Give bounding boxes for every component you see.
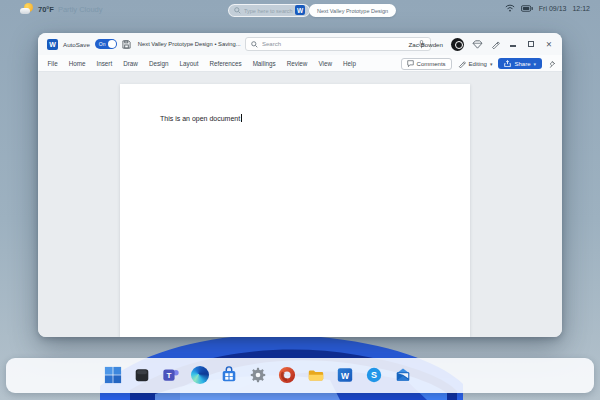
folder-icon <box>307 366 325 384</box>
battery-icon[interactable] <box>521 5 533 12</box>
skype-logo: S <box>365 366 383 384</box>
save-icon[interactable] <box>122 40 131 49</box>
windows-logo <box>104 366 122 384</box>
tab-home[interactable]: Home <box>63 55 91 72</box>
microsoft-store-icon[interactable] <box>219 365 239 385</box>
pencil-icon <box>458 60 466 68</box>
partly-cloudy-icon <box>20 3 34 16</box>
tab-draw[interactable]: Draw <box>118 55 144 72</box>
settings-icon[interactable] <box>248 365 268 385</box>
svg-text:T: T <box>167 371 172 380</box>
word-search-input[interactable] <box>262 41 414 47</box>
weather-temp: 70°F <box>38 5 54 14</box>
dark-app-logo <box>133 366 151 384</box>
toggle-knob <box>108 40 116 48</box>
tab-layout[interactable]: Layout <box>174 55 204 72</box>
gear-icon <box>249 366 267 384</box>
document-text[interactable]: This is an open document <box>160 114 242 122</box>
minimize-button[interactable] <box>508 40 518 49</box>
comment-icon <box>407 60 414 67</box>
comments-button[interactable]: Comments <box>401 58 452 70</box>
search-icon <box>234 7 241 14</box>
teams-logo: T <box>162 366 180 384</box>
running-app-label: Next Valley Prototype Design <box>317 8 388 14</box>
tab-references[interactable]: References <box>204 55 247 72</box>
maximize-button[interactable] <box>526 40 536 49</box>
share-label: Share <box>514 61 530 67</box>
document-text-content: This is an open document <box>160 115 240 122</box>
tray-date[interactable]: Fri 09/13 <box>539 5 567 12</box>
pin-ribbon-icon[interactable] <box>548 60 556 68</box>
word-logo: W <box>336 366 354 384</box>
desktop: 70°F Partly Cloudy W Next Valley Prototy… <box>0 0 600 400</box>
ribbon-right-controls: Comments Editing ▾ Share ▾ <box>401 55 556 72</box>
titlebar-right-controls: Zac Bowden ✕ <box>409 33 554 55</box>
tab-design[interactable]: Design <box>143 55 174 72</box>
tab-review[interactable]: Review <box>281 55 313 72</box>
office-icon[interactable] <box>277 365 297 385</box>
envelope-icon <box>394 366 412 384</box>
running-app-pill[interactable]: Next Valley Prototype Design <box>309 4 396 17</box>
word-dock-icon[interactable]: W <box>335 365 355 385</box>
gem-icon[interactable] <box>472 40 483 49</box>
mail-icon[interactable] <box>393 365 413 385</box>
tab-view[interactable]: View <box>313 55 338 72</box>
edge-logo <box>191 366 209 384</box>
user-name[interactable]: Zac Bowden <box>409 41 443 48</box>
ribbon-tab-row: File Home Insert Draw Design Layout Refe… <box>38 55 562 72</box>
autosave-toggle[interactable]: On <box>95 39 117 49</box>
user-avatar[interactable] <box>451 38 464 51</box>
file-explorer-icon[interactable] <box>306 365 326 385</box>
tab-mailings[interactable]: Mailings <box>247 55 281 72</box>
tab-insert[interactable]: Insert <box>91 55 118 72</box>
comments-label: Comments <box>417 61 446 67</box>
share-button[interactable]: Share ▾ <box>498 58 542 69</box>
svg-text:W: W <box>341 371 350 381</box>
weather-condition: Partly Cloudy <box>58 5 103 14</box>
system-topbar: 70°F Partly Cloudy W Next Valley Prototy… <box>0 0 600 22</box>
taskbar-dock: T <box>6 358 594 393</box>
tray-time[interactable]: 12:12 <box>572 5 590 12</box>
word-titlebar[interactable]: W AutoSave On Next Valley Prototype Desi… <box>38 33 562 55</box>
word-search-box[interactable] <box>245 37 431 51</box>
store-logo <box>220 366 238 384</box>
editing-label: Editing <box>469 61 487 67</box>
document-title[interactable]: Next Valley Prototype Design • Saving... <box>138 41 241 47</box>
tab-help[interactable]: Help <box>337 55 361 72</box>
weather-widget[interactable]: 70°F Partly Cloudy <box>20 3 103 16</box>
share-chevron-down-icon: ▾ <box>533 61 536 67</box>
document-canvas: This is an open document <box>38 72 562 337</box>
tab-file[interactable]: File <box>42 55 63 72</box>
search-icon <box>251 41 258 48</box>
word-taskbar-icon[interactable]: W <box>295 5 305 15</box>
autosave-state: On <box>99 41 106 47</box>
word-app-icon: W <box>47 39 58 50</box>
teams-icon[interactable]: T <box>161 365 181 385</box>
text-caret <box>241 114 242 122</box>
system-tray[interactable]: Fri 09/13 12:12 <box>505 4 590 12</box>
wifi-icon[interactable] <box>505 4 515 12</box>
dark-app-icon[interactable] <box>132 365 152 385</box>
document-page[interactable]: This is an open document <box>120 84 470 337</box>
close-button[interactable]: ✕ <box>544 40 554 49</box>
editing-mode-button[interactable]: Editing ▾ <box>458 60 493 68</box>
svg-text:S: S <box>371 370 377 380</box>
editing-chevron-down-icon: ▾ <box>490 61 493 67</box>
office-logo <box>278 366 296 384</box>
share-icon <box>504 60 511 67</box>
autosave-label: AutoSave <box>63 41 90 48</box>
skype-icon[interactable]: S <box>364 365 384 385</box>
pen-icon[interactable] <box>491 40 500 49</box>
windows-start-icon[interactable] <box>103 365 123 385</box>
dock-icon-row: T <box>103 365 413 385</box>
word-window: W AutoSave On Next Valley Prototype Desi… <box>38 33 562 337</box>
edge-icon[interactable] <box>190 365 210 385</box>
